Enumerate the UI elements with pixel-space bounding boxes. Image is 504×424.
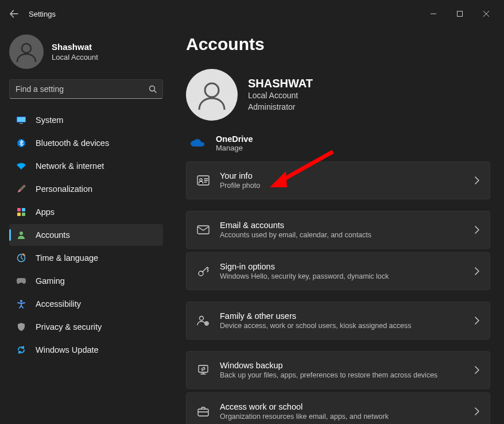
id-card-icon (197, 174, 210, 187)
sidebar-item-label: Time & language (36, 253, 98, 263)
svg-rect-5 (20, 123, 23, 124)
shield-icon (16, 322, 26, 332)
gamepad-icon (16, 276, 26, 286)
svg-rect-0 (458, 11, 463, 17)
user-type: Local Account (52, 53, 98, 61)
update-icon (16, 345, 26, 355)
svg-point-1 (22, 44, 31, 53)
account-name: SHASHWAT (248, 77, 313, 90)
svg-point-13 (20, 300, 22, 302)
chevron-right-icon (475, 226, 479, 234)
sidebar-item-label: System (36, 115, 63, 125)
card-sub: Organization resources like email, apps,… (220, 413, 464, 421)
onedrive-icon (189, 136, 206, 152)
chevron-right-icon (475, 176, 479, 184)
card-signin-options[interactable]: Sign-in options Windows Hello, security … (186, 252, 490, 290)
onedrive-row[interactable]: OneDrive Manage (186, 131, 490, 161)
card-sub: Windows Hello, security key, password, d… (220, 272, 464, 280)
svg-point-19 (200, 317, 204, 321)
minimize-icon (431, 11, 436, 17)
mail-icon (197, 223, 210, 236)
maximize-button[interactable] (447, 5, 473, 23)
account-role: Administrator (248, 102, 313, 113)
sidebar-item-label: Windows Update (36, 345, 99, 354)
sidebar-item-label: Bluetooth & devices (36, 138, 109, 148)
card-title: Family & other users (220, 311, 464, 321)
page-title: Accounts (186, 34, 490, 54)
wifi-icon (16, 161, 26, 171)
onedrive-sub: Manage (216, 144, 253, 152)
person-icon (16, 230, 26, 240)
sidebar-item-accounts[interactable]: Accounts (9, 224, 163, 246)
user-name: Shashwat (52, 42, 98, 52)
sidebar-item-accessibility[interactable]: Accessibility (9, 293, 163, 315)
svg-rect-21 (199, 365, 208, 372)
system-icon (16, 115, 26, 125)
svg-rect-22 (198, 409, 208, 416)
sidebar-item-label: Accessibility (36, 299, 81, 309)
backup-icon (197, 364, 210, 376)
svg-rect-9 (17, 213, 21, 216)
card-windows-backup[interactable]: Windows backup Back up your files, apps,… (186, 351, 490, 389)
search-box[interactable] (9, 79, 163, 99)
card-email-accounts[interactable]: Email & accounts Accounts used by email,… (186, 211, 490, 249)
svg-rect-7 (17, 208, 21, 211)
sidebar-item-network[interactable]: Network & internet (9, 155, 163, 177)
card-title: Access work or school (220, 402, 464, 411)
search-input[interactable] (15, 84, 149, 94)
sidebar-item-update[interactable]: Windows Update (9, 339, 163, 361)
chevron-right-icon (475, 366, 479, 374)
chevron-right-icon (475, 317, 479, 325)
sidebar-item-bluetooth[interactable]: Bluetooth & devices (9, 132, 163, 154)
sidebar-item-gaming[interactable]: Gaming (9, 270, 163, 292)
onedrive-title: OneDrive (216, 134, 253, 144)
card-your-info[interactable]: Your info Profile photo (186, 161, 490, 199)
sidebar-item-system[interactable]: System (9, 109, 163, 131)
settings-cards: Your info Profile photo Email & accounts… (186, 161, 490, 424)
sidebar-nav: System Bluetooth & devices Network & int… (9, 109, 163, 361)
card-sub: Accounts used by email, calendar, and co… (220, 231, 464, 239)
briefcase-icon (197, 405, 210, 418)
title-bar: Settings (0, 0, 504, 28)
brush-icon (16, 184, 26, 194)
card-sub: Profile photo (220, 182, 464, 190)
svg-rect-17 (197, 226, 209, 234)
account-header: SHASHWAT Local Account Administrator (186, 69, 490, 121)
clock-icon (16, 253, 26, 263)
sidebar-item-label: Apps (36, 207, 55, 217)
user-avatar-icon (9, 34, 44, 69)
sidebar-item-label: Privacy & security (36, 322, 102, 332)
sidebar-item-label: Accounts (36, 230, 70, 240)
account-type: Local Account (248, 90, 313, 102)
svg-rect-10 (22, 213, 25, 216)
card-title: Your info (220, 171, 464, 180)
card-family-users[interactable]: Family & other users Device access, work… (186, 302, 490, 340)
card-title: Sign-in options (220, 262, 464, 271)
card-work-school[interactable]: Access work or school Organization resou… (186, 392, 490, 424)
minimize-button[interactable] (420, 5, 447, 23)
close-button[interactable] (473, 5, 499, 23)
sidebar-item-time[interactable]: Time & language (9, 247, 163, 269)
card-title: Email & accounts (220, 221, 464, 230)
card-title: Windows backup (220, 361, 464, 370)
chevron-right-icon (475, 267, 479, 275)
back-button[interactable] (5, 5, 23, 23)
bluetooth-icon (16, 138, 26, 148)
key-icon (197, 265, 210, 277)
card-sub: Back up your files, apps, preferences to… (220, 371, 464, 379)
accessibility-icon (16, 299, 26, 309)
people-icon (197, 314, 210, 327)
sidebar-item-personalization[interactable]: Personalization (9, 178, 163, 200)
main-content: Accounts SHASHWAT Local Account Administ… (170, 28, 504, 424)
sidebar: Shashwat Local Account System Bluetooth … (0, 28, 170, 424)
window-title: Settings (29, 10, 56, 18)
user-block[interactable]: Shashwat Local Account (9, 34, 163, 69)
sidebar-item-apps[interactable]: Apps (9, 201, 163, 223)
sidebar-item-privacy[interactable]: Privacy & security (9, 316, 163, 338)
svg-point-14 (205, 83, 219, 97)
maximize-icon (457, 11, 463, 17)
sidebar-item-label: Personalization (36, 184, 92, 194)
sidebar-item-label: Gaming (36, 276, 65, 286)
card-sub: Device access, work or school users, kio… (220, 322, 464, 330)
svg-rect-8 (22, 208, 25, 211)
